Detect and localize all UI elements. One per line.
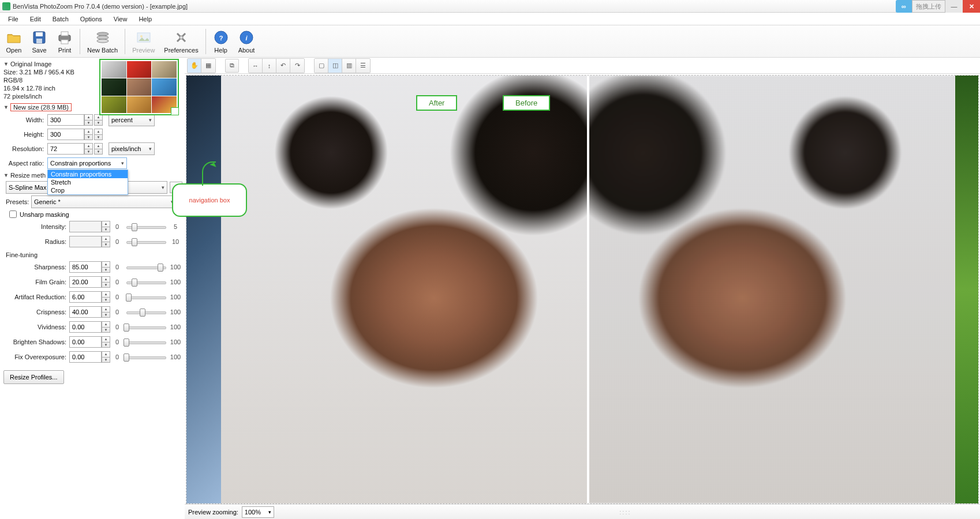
width-link-spinner[interactable]: ▲▼ — [94, 114, 103, 126]
slider-spinner-6[interactable]: ▲▼ — [102, 351, 110, 363]
radius-spinner[interactable]: ▲▼ — [102, 236, 110, 247]
preview-before — [588, 76, 955, 503]
preview-area[interactable]: After Before — [186, 75, 979, 504]
print-button[interactable]: Print — [52, 27, 77, 57]
batch-icon — [95, 29, 111, 46]
crop-tool-icon[interactable]: ⧉ — [225, 59, 239, 73]
presets-label: Presets: — [3, 198, 31, 205]
slider-spinner-0[interactable]: ▲▼ — [102, 261, 110, 273]
zoom-select[interactable]: 100% — [242, 506, 274, 518]
height-link-spinner[interactable]: ▲▼ — [94, 129, 103, 140]
minimize-button[interactable]: — — [945, 0, 963, 13]
app-icon — [2, 2, 10, 10]
flip-v-icon[interactable]: ↕ — [263, 59, 276, 73]
close-button[interactable]: ✕ — [963, 0, 980, 13]
preview-strip-left — [186, 76, 221, 503]
slider-input-3[interactable] — [69, 306, 102, 318]
intensity-input[interactable] — [69, 221, 102, 232]
resolution-unit-select[interactable]: pixels/inch — [109, 142, 155, 155]
hand-tool-icon[interactable]: ✋ — [188, 59, 201, 73]
menu-edit[interactable]: Edit — [24, 14, 47, 24]
open-icon — [6, 29, 22, 46]
separator — [125, 29, 125, 54]
slider-input-5[interactable] — [69, 336, 102, 348]
aspect-option-stretch[interactable]: Stretch — [48, 178, 128, 186]
view-side-icon[interactable]: ▥ — [342, 59, 356, 73]
intensity-slider[interactable] — [126, 222, 166, 231]
radius-slider[interactable] — [126, 237, 166, 246]
slider-label: Crispness: — [3, 309, 69, 315]
open-button[interactable]: Open — [1, 27, 27, 57]
save-button[interactable]: Save — [27, 27, 52, 57]
resolution-link-spinner[interactable]: ▲▼ — [94, 143, 103, 155]
radius-input[interactable] — [69, 236, 102, 247]
menu-batch[interactable]: Batch — [47, 14, 74, 24]
help-button[interactable]: ? Help — [208, 27, 234, 57]
upload-badge-icon[interactable]: ∞ — [896, 0, 912, 13]
slider-spinner-4[interactable]: ▲▼ — [102, 321, 110, 333]
preview-split — [221, 76, 955, 503]
navigation-box[interactable] — [99, 59, 179, 115]
unsharp-checkbox[interactable] — [9, 210, 17, 218]
zoom-label: Preview zooming: — [188, 509, 238, 516]
menu-view[interactable]: View — [108, 14, 133, 24]
slider-track-3[interactable] — [126, 307, 166, 317]
menu-file[interactable]: File — [2, 14, 24, 24]
slider-spinner-5[interactable]: ▲▼ — [102, 336, 110, 348]
unsharp-label: Unsharp masking — [20, 211, 69, 218]
width-spinner[interactable]: ▲▼ — [84, 114, 93, 126]
preview-button[interactable]: Preview — [128, 27, 159, 57]
slider-track-2[interactable] — [126, 292, 166, 302]
resize-profiles-button[interactable]: Resize Profiles... — [3, 370, 64, 384]
svg-rect-5 — [61, 40, 68, 44]
slider-input-2[interactable] — [69, 291, 102, 303]
intensity-spinner[interactable]: ▲▼ — [102, 221, 110, 232]
presets-select[interactable]: Generic * — [31, 195, 177, 208]
slider-spinner-2[interactable]: ▲▼ — [102, 291, 110, 303]
marquee-tool-icon[interactable]: ▦ — [201, 59, 215, 73]
menu-options[interactable]: Options — [74, 14, 108, 24]
slider-track-6[interactable] — [126, 352, 166, 362]
slider-track-1[interactable] — [126, 277, 166, 287]
split-handle[interactable] — [587, 76, 589, 503]
preferences-button[interactable]: Preferences — [159, 27, 203, 57]
slider-track-0[interactable] — [126, 262, 166, 272]
preview-strip-right — [955, 76, 978, 503]
flip-h-icon[interactable]: ↔ — [249, 59, 263, 73]
separator — [205, 29, 206, 54]
rotate-ccw-icon[interactable]: ↶ — [276, 59, 290, 73]
slider-input-0[interactable] — [69, 261, 102, 273]
resize-grip-icon[interactable]: :::: — [619, 509, 631, 516]
resolution-input[interactable] — [47, 143, 84, 155]
slider-spinner-1[interactable]: ▲▼ — [102, 276, 110, 288]
prefs-icon — [173, 29, 189, 46]
upload-hint[interactable]: 拖拽上传 — [912, 0, 945, 13]
svg-rect-2 — [36, 39, 42, 43]
slider-input-4[interactable] — [69, 321, 102, 333]
rotate-cw-icon[interactable]: ↷ — [290, 59, 304, 73]
width-input[interactable] — [47, 114, 84, 126]
menu-help[interactable]: Help — [133, 14, 158, 24]
slider-label: Sharpness: — [3, 264, 69, 270]
height-input[interactable] — [47, 129, 84, 140]
view-single-icon[interactable]: ▢ — [315, 59, 328, 73]
aspect-option-crop[interactable]: Crop — [48, 186, 128, 194]
menubar: File Edit Batch Options View Help — [0, 13, 980, 25]
slider-track-4[interactable] — [126, 322, 166, 332]
print-icon — [57, 29, 73, 46]
slider-input-6[interactable] — [69, 351, 102, 363]
aspect-ratio-select[interactable]: Constrain proportions Constrain proporti… — [47, 157, 127, 169]
slider-input-1[interactable] — [69, 276, 102, 288]
slider-track-5[interactable] — [126, 337, 166, 347]
view-stack-icon[interactable]: ☰ — [356, 59, 370, 73]
width-unit-select[interactable]: percent — [109, 114, 155, 126]
about-button[interactable]: i About — [234, 27, 260, 57]
height-spinner[interactable]: ▲▼ — [84, 129, 93, 140]
slider-spinner-3[interactable]: ▲▼ — [102, 306, 110, 318]
svg-point-7 — [97, 36, 109, 39]
new-batch-button[interactable]: New Batch — [83, 27, 122, 57]
resolution-spinner[interactable]: ▲▼ — [84, 143, 93, 155]
expand-nav-icon[interactable] — [171, 107, 179, 115]
aspect-option-constrain[interactable]: Constrain proportions — [48, 170, 128, 178]
view-split-icon[interactable]: ◫ — [328, 59, 342, 73]
